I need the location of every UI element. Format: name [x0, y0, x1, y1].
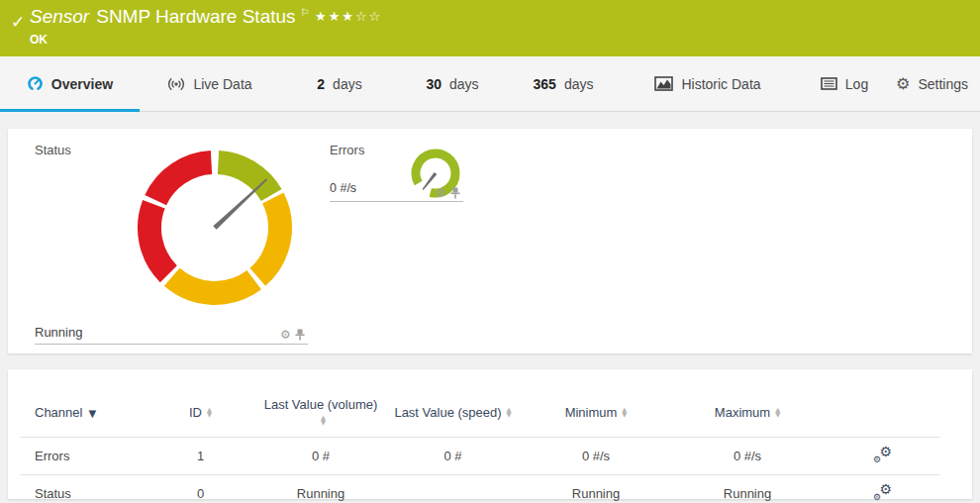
tab-log-label: Log [845, 76, 868, 92]
status-gauge [136, 149, 294, 307]
tab-settings-label: Settings [918, 76, 968, 92]
sensor-status-badge: OK [30, 33, 48, 47]
errors-gauge-controls: ⚙ [436, 187, 460, 199]
column-header-last-value-volume[interactable]: Last Value (volume)▲▼ [257, 389, 384, 438]
cell-minimum: 0 #/s [522, 438, 670, 475]
gauge-segment-red [149, 204, 168, 273]
tab-bar: Overview Live Data 2 days 30 days 365 da… [0, 56, 980, 112]
tab-2-days-number: 2 [317, 76, 325, 92]
status-gauge-controls: ⚙ [280, 329, 305, 341]
channels-table: Channel▼ ID▲▼ Last Value (volume)▲▼ Last… [20, 389, 940, 503]
tab-30-days[interactable]: 30 days [399, 56, 506, 111]
tab-2-days[interactable]: 2 days [280, 56, 399, 111]
tab-live-data[interactable]: Live Data [140, 56, 280, 111]
gauge-segment-yellow [257, 198, 280, 277]
area-chart-icon [654, 76, 673, 91]
tab-live-data-label: Live Data [193, 76, 251, 92]
sensor-header: ✓ SensorSNMP Hardware Status⚐ ★★★☆☆ OK [0, 0, 980, 56]
overview-panel: Status Running ⚙ Errors 0 #/s ⚙ [8, 129, 972, 353]
tab-30-days-number: 30 [426, 76, 441, 92]
divider [35, 344, 308, 345]
tab-overview-label: Overview [51, 76, 113, 92]
cell-id: 1 [144, 438, 257, 475]
sensor-type-label: Sensor [30, 6, 89, 27]
gauge-needle [213, 178, 267, 230]
gauge-segment-green [219, 162, 272, 195]
cell-channel[interactable]: Errors [20, 438, 144, 475]
gear-icon: ⚙ [896, 76, 910, 92]
tab-settings[interactable]: ⚙ Settings [896, 56, 980, 111]
cell-last-value-volume: 0 # [257, 438, 384, 475]
errors-gauge-value: 0 #/s [330, 181, 356, 195]
column-header-maximum[interactable]: Maximum▲▼ [670, 389, 825, 438]
status-gauge-title: Status [35, 143, 71, 157]
cell-channel[interactable]: Status [20, 475, 144, 503]
tab-historic-data-label: Historic Data [681, 76, 760, 92]
gear-icon[interactable]: ⚙ [436, 187, 446, 199]
pin-icon[interactable] [295, 329, 305, 341]
column-header-actions [825, 389, 940, 438]
sort-icon: ▲▼ [775, 408, 780, 418]
column-header-minimum[interactable]: Minimum▲▼ [522, 389, 670, 438]
errors-gauge-title: Errors [330, 143, 364, 157]
sort-icon: ▲▼ [622, 408, 627, 418]
gauge-icon [27, 75, 44, 92]
table-row[interactable]: Errors 1 0 # 0 # 0 #/s 0 #/s ⚙⚙ [20, 438, 940, 475]
tab-365-days-number: 365 [534, 76, 556, 92]
sort-icon: ▲▼ [507, 408, 512, 418]
column-header-channel[interactable]: Channel▼ [20, 389, 144, 438]
tab-log[interactable]: Log [795, 56, 894, 111]
tab-overview[interactable]: Overview [0, 56, 140, 111]
cell-last-value-speed: 0 # [384, 438, 522, 475]
status-gauge-value: Running [35, 325, 82, 340]
sort-desc-icon: ▼ [88, 408, 96, 419]
tab-365-days[interactable]: 365 days [506, 56, 621, 111]
cell-minimum: Running [522, 475, 670, 503]
sensor-name: SNMP Hardware Status [96, 6, 295, 27]
gear-icon[interactable]: ⚙ [280, 329, 291, 341]
sort-icon: ▲▼ [321, 416, 326, 426]
tab-2-days-label: days [333, 76, 362, 92]
divider [330, 201, 463, 202]
sort-icon: ▲▼ [207, 408, 212, 418]
status-check-icon: ✓ [11, 12, 25, 33]
gauge-segment-yellow [172, 277, 254, 293]
cell-id: 0 [144, 475, 257, 503]
cell-last-value-speed [384, 475, 522, 503]
channel-settings-icon[interactable]: ⚙⚙ [873, 483, 892, 501]
gauge-segment-red [155, 162, 211, 200]
flag-icon[interactable]: ⚐ [301, 7, 310, 18]
pin-icon[interactable] [450, 187, 460, 199]
tab-historic-data[interactable]: Historic Data [621, 56, 795, 111]
channels-panel: Channel▼ ID▲▼ Last Value (volume)▲▼ Last… [8, 369, 972, 499]
cell-last-value-volume: Running [257, 475, 384, 503]
priority-stars[interactable]: ★★★☆☆ [315, 9, 382, 24]
broadcast-icon [167, 77, 185, 91]
table-row[interactable]: Status 0 Running Running Running ⚙⚙ [20, 475, 940, 503]
column-header-id[interactable]: ID▲▼ [144, 389, 257, 438]
table-header-row: Channel▼ ID▲▼ Last Value (volume)▲▼ Last… [20, 389, 940, 438]
channel-settings-icon[interactable]: ⚙⚙ [873, 446, 892, 463]
cell-maximum: 0 #/s [670, 438, 825, 475]
column-header-last-value-speed[interactable]: Last Value (speed)▲▼ [384, 389, 522, 438]
log-icon [821, 77, 837, 90]
page-title: SensorSNMP Hardware Status⚐ [30, 6, 310, 28]
tab-365-days-label: days [564, 76, 594, 92]
cell-maximum: Running [670, 475, 825, 503]
tab-30-days-label: days [449, 76, 479, 92]
